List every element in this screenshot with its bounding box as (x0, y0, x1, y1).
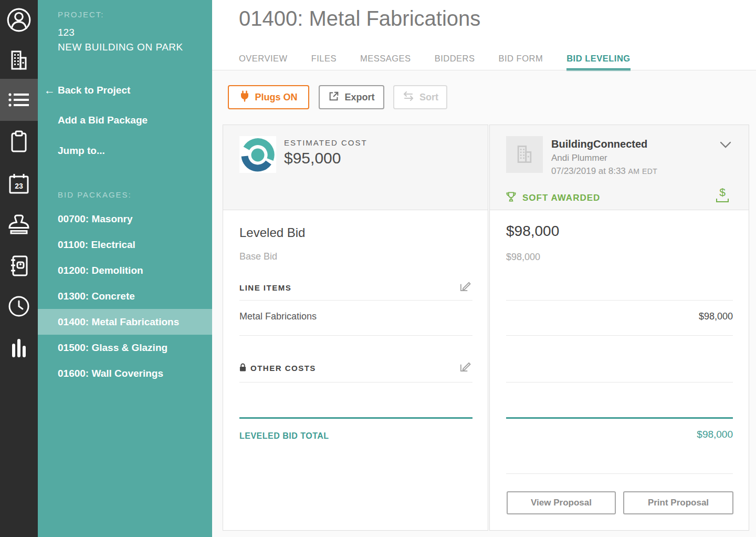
buildingconnected-logo (239, 136, 276, 173)
contacts-book-icon[interactable] (0, 252, 38, 280)
status-badge: SOFT AWARDED (505, 191, 600, 205)
sidebar-item-metal-fabrications[interactable]: 01400: Metal Fabrications (38, 309, 212, 335)
bidder-date: 07/23/2019 at 8:33 AM EDT (551, 166, 657, 177)
project-number: 123 (58, 27, 75, 38)
sidebar-item-wall-coverings[interactable]: 01600: Wall Coverings (38, 360, 212, 386)
export-icon (328, 90, 340, 105)
tab-bid-leveling[interactable]: BID LEVELING (566, 54, 631, 71)
lock-icon (239, 363, 246, 373)
view-proposal-button[interactable]: View Proposal (507, 491, 616, 514)
bid-amount: $98,000 (506, 223, 559, 240)
line-item-amount: $98,000 (699, 311, 733, 322)
trophy-icon (505, 191, 517, 205)
tab-bar-border (212, 70, 756, 70)
sidebar-item-concrete[interactable]: 01300: Concrete (38, 283, 212, 309)
project-label: PROJECT: (58, 10, 104, 19)
estimated-cost-label: ESTIMATED COST (284, 138, 368, 147)
divider (506, 335, 733, 336)
money-deposit-icon[interactable]: $ (715, 186, 730, 206)
sidebar-item-masonry[interactable]: 00700: Masonry (38, 206, 212, 232)
leveled-bid-total-amount: $98,000 (697, 429, 733, 440)
bidder-date-suffix: AM EDT (628, 167, 658, 175)
sidebar-item-demolition[interactable]: 01200: Demolition (38, 257, 212, 283)
tab-overview[interactable]: OVERVIEW (239, 54, 288, 71)
bidder-company: BuildingConnected (551, 138, 647, 150)
leveled-bid-title: Leveled Bid (239, 225, 305, 240)
tab-bar: OVERVIEW FILES MESSAGES BIDDERS BID FORM… (239, 54, 631, 71)
base-bid-amount: $98,000 (506, 252, 540, 263)
divider (506, 473, 733, 474)
page-title: 01400: Metal Fabrications (239, 7, 480, 30)
other-costs-text: OTHER COSTS (250, 364, 316, 373)
total-rule (239, 417, 472, 419)
sidebar-item-electrical[interactable]: 01100: Electrical (38, 232, 212, 257)
buildings-icon[interactable] (0, 47, 38, 74)
add-bid-package-link[interactable]: Add a Bid Package (58, 115, 148, 126)
tab-bid-form[interactable]: BID FORM (498, 54, 543, 71)
project-sidebar: PROJECT: 123 NEW BUILDING ON PARK ← Back… (38, 0, 212, 537)
clock-icon[interactable] (0, 293, 38, 320)
tab-files[interactable]: FILES (311, 54, 337, 71)
svg-text:$: $ (719, 186, 726, 198)
icon-rail: 23 (0, 0, 38, 537)
app-window: 23 (0, 0, 756, 537)
status-text: SOFT AWARDED (522, 193, 600, 203)
sort-label: Sort (419, 92, 438, 103)
bidder-avatar (506, 136, 543, 173)
bidder-card: BuildingConnected Andi Plummer 07/23/201… (489, 125, 749, 531)
tab-bidders[interactable]: BIDDERS (435, 54, 475, 71)
stamp-icon[interactable] (0, 211, 38, 239)
estimated-cost-amount: $95,000 (284, 149, 341, 167)
tab-messages[interactable]: MESSAGES (360, 54, 411, 71)
edit-line-items-icon[interactable] (459, 280, 471, 294)
plugs-on-label: Plugs ON (255, 92, 297, 103)
back-arrow-icon: ← (44, 84, 55, 97)
bid-packages-label: BID PACKAGES: (58, 190, 132, 199)
base-bid-label: Base Bid (239, 251, 277, 262)
chevron-down-icon[interactable] (720, 141, 731, 150)
edit-other-costs-icon[interactable] (459, 360, 471, 375)
bar-chart-icon[interactable] (0, 334, 38, 362)
bidder-date-main: 07/23/2019 at 8:33 (551, 166, 626, 176)
bidder-contact: Andi Plummer (551, 153, 607, 163)
line-item-name: Metal Fabrications (239, 311, 317, 322)
line-items-label: LINE ITEMS (239, 283, 291, 292)
divider (239, 382, 472, 383)
divider (239, 335, 472, 336)
divider (506, 382, 733, 383)
divider (506, 300, 733, 301)
sidebar-item-glass-glazing[interactable]: 01500: Glass & Glazing (38, 335, 212, 360)
calendar-day-label: 23 (15, 182, 23, 190)
plug-icon (239, 90, 250, 105)
leveled-bid-total-label: LEVELED BID TOTAL (239, 431, 329, 441)
total-rule (506, 417, 733, 419)
jump-to-link[interactable]: Jump to... (58, 145, 105, 157)
project-name: NEW BUILDING ON PARK (58, 42, 183, 53)
plugs-on-button[interactable]: Plugs ON (228, 85, 309, 109)
print-proposal-button[interactable]: Print Proposal (623, 491, 733, 514)
export-button[interactable]: Export (319, 85, 384, 109)
calendar-icon[interactable]: 23 (0, 170, 38, 198)
sort-button[interactable]: Sort (393, 85, 447, 109)
divider (239, 300, 472, 301)
export-label: Export (344, 92, 374, 103)
other-costs-label: OTHER COSTS (239, 363, 316, 373)
back-to-project-link[interactable]: Back to Project (58, 85, 130, 96)
sort-arrows-icon (402, 91, 415, 104)
clipboard-icon[interactable] (0, 128, 38, 156)
leveled-bid-card: ESTIMATED COST $95,000 Leveled Bid Base … (223, 125, 488, 531)
profile-icon[interactable] (0, 6, 38, 34)
list-icon[interactable] (0, 79, 38, 121)
